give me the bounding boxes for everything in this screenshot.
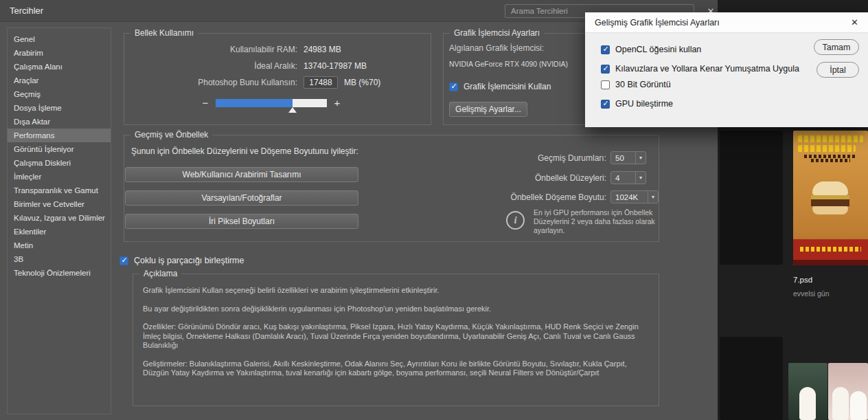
sidebar-item[interactable]: Dışa Aktar [8,115,111,129]
opencl-label[interactable]: OpenCL öğesini kullan [615,45,701,54]
antialias-guides-label[interactable]: Kılavuzlara ve Yollara Kenar Yumuşatma U… [615,64,799,74]
info-icon: i [506,211,525,230]
sidebar-item[interactable]: Birimler ve Cetveller [8,197,111,211]
available-ram-label: Kullanılabilir RAM: [124,45,297,54]
multithread-label[interactable]: Çoklu iş parçacığı birleştirme [134,256,244,265]
cache-tile-value: 1024K [611,193,648,201]
sidebar: Genel Arabirim Çalışma Alanı Araçlar Geç… [7,27,111,415]
use-gpu-checkbox[interactable] [449,82,458,91]
sidebar-item[interactable]: Transparanlık ve Gamut [8,184,111,197]
sidebar-item[interactable]: Genel [8,32,111,46]
sidebar-item[interactable]: İmleçler [8,170,111,184]
gpu-compositing-checkbox[interactable] [601,100,610,109]
slider-minus-icon[interactable]: − [201,97,209,109]
bit-depth-label[interactable]: 30 Bit Görüntü [615,80,671,89]
bit-depth-checkbox[interactable] [601,80,610,89]
description-paragraph: Grafik İşlemcisini Kullan seçeneği belir… [143,286,649,296]
sidebar-item[interactable]: Eklentiler [8,225,111,239]
preset-huge-pixel-button[interactable]: İri Piksel Boyutları [125,214,358,229]
sidebar-item[interactable]: Metin [8,239,111,252]
cache-levels-value: 4 [611,174,635,182]
recent-file-card[interactable] [720,131,783,265]
chevron-down-icon: ▾ [635,172,646,184]
memory-usage-group: Bellek Kullanımı Kullanılabilir RAM: 249… [124,33,431,125]
sidebar-item[interactable]: Teknoloji Önizlemeleri [8,266,111,280]
cache-levels-label: Önbellek Düzeyleri: [399,173,606,183]
poster-footer-art [793,260,868,265]
advanced-gpu-dialog: Gelişmiş Grafik İşlemcisi Ayarları ✕ Ope… [585,12,868,127]
description-paragraph: Geliştirmeler: Bulanıklaştırma Galerisi,… [143,360,649,378]
optimize-label: Şunun için Önbellek Düzeylerini ve Döşem… [131,146,358,156]
advanced-settings-button[interactable]: Gelişmiş Ayarlar... [449,102,527,117]
sidebar-item[interactable]: Çalışma Alanı [8,60,111,74]
cache-tile-select[interactable]: 1024K ▾ [610,190,659,203]
history-cache-group: Geçmiş ve Önbellek Şunun için Önbellek D… [124,135,659,242]
antialias-guides-checkbox[interactable] [601,65,610,74]
ram-amount-input[interactable] [304,76,338,89]
sidebar-item[interactable]: Arabirim [8,46,111,60]
history-states-value: 50 [611,154,635,162]
poster-red-band [793,239,868,260]
ideal-range-value: 13740-17987 MB [304,61,367,71]
recent-file-time: evvelsi gün [793,289,830,298]
poster-headline-art [793,135,868,163]
screen: 7.psd evvelsi gün Tercihler ✕ Genel Arab… [0,0,868,420]
sidebar-item[interactable]: Kılavuz, Izgara ve Dilimler [8,211,111,225]
history-states-select[interactable]: 50 ▾ [610,151,646,164]
sidebar-item[interactable]: Çalışma Diskleri [8,156,111,170]
recent-file-thumbnail-poster[interactable] [793,131,868,265]
preset-web-ui-button[interactable]: Web/Kullanıcı Arabirimi Tasarımı [125,167,358,182]
preset-default-photos-button[interactable]: Varsayılan/Fotoğraflar [125,190,358,206]
sidebar-item[interactable]: Dosya İşleme [8,101,111,115]
sidebar-item[interactable]: 3B [8,252,111,266]
cache-levels-select[interactable]: 4 ▾ [610,171,646,184]
opencl-checkbox[interactable] [601,45,610,54]
wedding-dress-art [799,387,816,420]
recent-file-card[interactable] [720,337,783,420]
detected-gpu-value: NVIDIA GeForce RTX 4090 (NVIDIA) [449,60,568,68]
ram-amount-label: Photoshop Bunu Kullansın: [124,78,297,87]
cancel-button[interactable]: İptal [816,62,859,78]
wedding-dress-art [832,387,849,420]
sidebar-item-performans[interactable]: Performans [8,129,111,142]
chevron-down-icon: ▾ [635,152,646,164]
description-paragraph: Bu ayar değiştirildikten sonra değişikli… [143,305,649,314]
ram-slider[interactable] [216,99,327,107]
chevron-down-icon: ▾ [648,191,658,203]
ram-slider-thumb[interactable] [288,107,297,113]
recent-file-name[interactable]: 7.psd [793,276,812,284]
group-title: Açıklama [139,269,181,279]
recent-file-thumbnail-wedding-green[interactable] [788,363,827,420]
recent-file-thumbnail-wedding-pink[interactable] [828,363,868,420]
ram-slider-fill [216,99,293,107]
cache-tile-label: Önbellek Döşeme Boyutu: [399,192,606,202]
burger-illustration [811,181,849,214]
slider-plus-icon[interactable]: + [333,97,341,109]
sidebar-item[interactable]: Araçlar [8,74,111,87]
group-title: Geçmiş ve Önbellek [130,130,212,140]
gpu-performance-hint: En iyi GPU performansı için Önbellek Düz… [534,208,659,235]
advanced-dialog-titlebar: Gelişmiş Grafik İşlemcisi Ayarları ✕ [585,12,868,33]
sidebar-item[interactable]: Görüntü İşleniyor [8,142,111,156]
history-states-label: Geçmiş Durumları: [399,153,606,163]
available-ram-value: 24983 MB [304,45,341,54]
gpu-compositing-label[interactable]: GPU bileştirme [615,99,673,109]
close-icon[interactable]: ✕ [851,17,858,27]
ideal-range-label: İdeal Aralık: [124,61,297,71]
dialog-title: Tercihler [10,5,43,16]
description-paragraph: Özellikler: Görünümü Döndür aracı, Kuş b… [143,322,649,351]
advanced-dialog-title: Gelişmiş Grafik İşlemcisi Ayarları [595,18,720,27]
group-title: Grafik İşlemcisi Ayarları [450,28,544,38]
multithread-row: Çoklu iş parçacığı birleştirme [119,256,244,265]
multithread-checkbox[interactable] [119,256,128,265]
detected-gpu-label: Algılanan Grafik İşlemcisi: [449,43,544,53]
group-title: Bellek Kullanımı [130,28,198,38]
ram-amount-suffix: MB (%70) [344,78,380,87]
description-group: Açıklama Grafik İşlemcisini Kullan seçen… [133,274,659,406]
wedding-dress-art [850,391,867,420]
use-gpu-label[interactable]: Grafik İşlemcisini Kullan [464,82,551,91]
ok-button[interactable]: Tamam [814,39,859,55]
sidebar-item[interactable]: Geçmiş [8,87,111,101]
